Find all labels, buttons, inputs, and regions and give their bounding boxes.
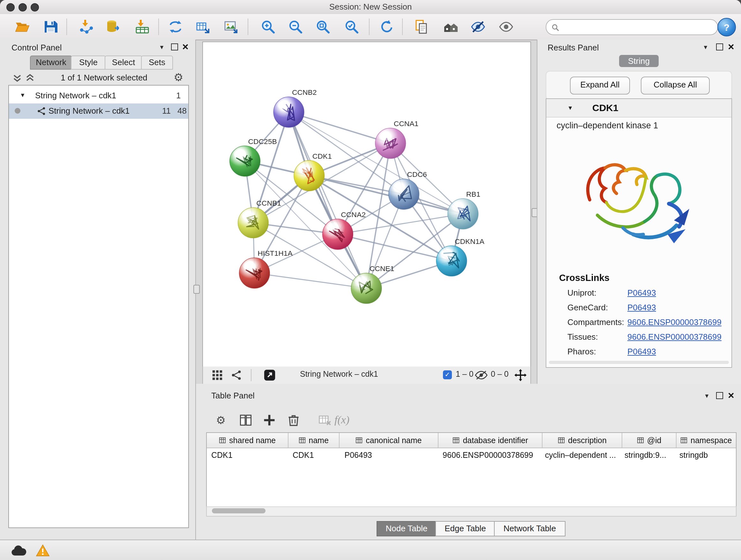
column-header-namespace[interactable]: namespace [676, 433, 736, 448]
network-options-gear-icon[interactable]: ⚙ [174, 72, 184, 83]
app-window: Session: New Session ? Control Panel [0, 0, 741, 560]
toolbar-separator [248, 18, 248, 35]
search-input[interactable] [562, 22, 712, 32]
collapse-all-button[interactable]: Collapse All [641, 77, 710, 95]
tab-network[interactable]: Network [30, 56, 72, 70]
crosslink-compartments-link[interactable]: 9606.ENSP00000378699 [627, 317, 722, 327]
cloud-icon[interactable] [10, 545, 27, 557]
export-network-button[interactable] [194, 18, 212, 36]
network-selection-bar: 1 of 1 Network selected ⚙ [0, 70, 195, 85]
selected-nodes-checkbox[interactable]: ✓ [443, 370, 452, 379]
zoom-in-button[interactable] [259, 18, 277, 36]
crosslink-tissues-link[interactable]: 9606.ENSP00000378699 [627, 332, 722, 341]
eye-slash-icon [470, 19, 486, 35]
column-header-id[interactable]: @id [623, 433, 677, 448]
svg-text:HIST1H1A: HIST1H1A [258, 249, 293, 257]
results-scrollbar[interactable] [549, 361, 729, 364]
create-column-button[interactable] [260, 412, 278, 428]
network-tree-selected-row[interactable]: String Network – cdk1 11 48 [9, 104, 188, 119]
network-node-CCNA1[interactable]: CCNA1 [375, 119, 418, 159]
protein-collapse-icon[interactable]: ▼ [567, 105, 573, 111]
tree-collapse-icon[interactable]: ▼ [20, 92, 25, 98]
zoom-selected-button[interactable] [343, 18, 360, 36]
svg-text:CCNB1: CCNB1 [256, 199, 281, 207]
crosslink-uniprot-link[interactable]: P06493 [627, 288, 656, 298]
network-node-CCNB1[interactable]: CCNB1 [238, 199, 281, 238]
hidden-eye-slash-icon[interactable] [475, 370, 488, 380]
refresh-button[interactable] [378, 18, 396, 36]
table-row[interactable]: CDK1 CDK1 P06493 9606.ENSP00000378699 cy… [207, 448, 736, 462]
export-view-icon[interactable] [264, 369, 276, 381]
selected-counts: 1 – 0 [456, 370, 474, 379]
column-header-name[interactable]: name [288, 433, 339, 448]
import-network-database-button[interactable] [104, 18, 122, 36]
string-tab-badge[interactable]: String [619, 55, 659, 67]
scrollbar-thumb[interactable] [212, 508, 266, 513]
crosslink-row: Uniprot: [567, 288, 596, 298]
network-view[interactable]: CCNB2CCNA1CDC25BCDK1CDC6RB1CCNB1CCNA2CDK… [202, 42, 531, 368]
warning-icon[interactable] [36, 544, 50, 557]
network-node-RB1[interactable]: RB1 [448, 190, 480, 229]
crosslink-genecard-link[interactable]: P06493 [627, 303, 656, 312]
save-session-button[interactable] [42, 18, 59, 36]
table-options-button[interactable]: ⚙ [212, 412, 230, 428]
help-button[interactable]: ? [718, 18, 736, 37]
import-table-button[interactable] [133, 18, 151, 36]
clone-network-button[interactable] [166, 18, 185, 36]
table-horizontal-scrollbar[interactable] [206, 506, 737, 516]
network-share-icon [37, 107, 46, 116]
column-header-shared-name[interactable]: shared name [207, 433, 288, 448]
function-builder-button[interactable]: f(x) [334, 414, 349, 427]
protein-card-header[interactable]: ▼ CDK1 [546, 99, 731, 118]
collapse-all-icon[interactable] [13, 73, 22, 82]
network-node-CCNB2[interactable]: CCNB2 [273, 88, 317, 127]
table-panel-collapse-icon[interactable]: ▼ [704, 393, 710, 399]
title-bar: Session: New Session [0, 0, 741, 15]
zoom-selected-icon [344, 19, 359, 35]
network-node-CDKN1A[interactable]: CDKN1A [436, 237, 484, 276]
tab-select[interactable]: Select [105, 56, 142, 70]
table-panel-float-icon[interactable] [716, 392, 723, 399]
crosslink-pharos-link[interactable]: P06493 [627, 347, 656, 356]
tab-edge-table[interactable]: Edge Table [435, 521, 495, 537]
show-columns-button[interactable] [237, 412, 255, 428]
results-panel-float-icon[interactable] [716, 44, 723, 51]
neighborhood-button[interactable] [442, 18, 460, 36]
tab-style[interactable]: Style [71, 56, 106, 70]
results-panel-collapse-icon[interactable]: ▼ [703, 44, 709, 51]
expand-all-icon[interactable] [25, 73, 35, 82]
control-panel-float-icon[interactable] [171, 44, 178, 51]
column-header-canonical-name[interactable]: canonical name [339, 433, 439, 448]
zoom-fit-button[interactable] [314, 18, 332, 36]
expand-all-button[interactable]: Expand All [570, 77, 630, 95]
birdseye-grid-icon[interactable] [212, 370, 223, 381]
control-panel-collapse-icon[interactable]: ▼ [159, 44, 165, 51]
network-canvas[interactable]: CCNB2CCNA1CDC25BCDK1CDC6RB1CCNB1CCNA2CDK… [203, 42, 529, 366]
control-panel-close-icon[interactable]: ✕ [182, 43, 189, 51]
fit-content-crosshair-icon[interactable] [515, 369, 527, 381]
results-panel-close-icon[interactable]: ✕ [728, 43, 735, 51]
toolbar-search[interactable] [546, 19, 718, 35]
tab-node-table[interactable]: Node Table [377, 521, 436, 537]
import-network-file-button[interactable] [77, 18, 95, 36]
column-header-description[interactable]: description [542, 433, 622, 448]
hide-annotations-button[interactable] [469, 18, 487, 36]
copy-document-button[interactable] [412, 18, 430, 36]
zoom-out-button[interactable] [286, 18, 305, 36]
table-panel-close-icon[interactable]: ✕ [728, 391, 735, 400]
splitter-handle[interactable] [193, 285, 200, 294]
crosslink-row: Pharos: [567, 347, 596, 356]
delete-column-button[interactable] [285, 412, 302, 428]
tab-network-table[interactable]: Network Table [494, 521, 565, 537]
show-view-button[interactable] [497, 18, 515, 36]
eye-icon [498, 19, 514, 35]
column-header-database-identifier[interactable]: database identifier [439, 433, 543, 448]
nav-share-icon[interactable] [231, 370, 242, 381]
delete-table-button[interactable] [316, 412, 334, 428]
network-tree-root-row[interactable]: ▼ String Network – cdk1 1 [9, 89, 188, 104]
tab-sets[interactable]: Sets [141, 56, 173, 70]
network-node-HIST1H1A[interactable]: HIST1H1A [239, 249, 293, 288]
import-network-icon [78, 19, 94, 35]
export-image-button[interactable] [222, 18, 240, 36]
open-session-button[interactable] [13, 18, 31, 36]
